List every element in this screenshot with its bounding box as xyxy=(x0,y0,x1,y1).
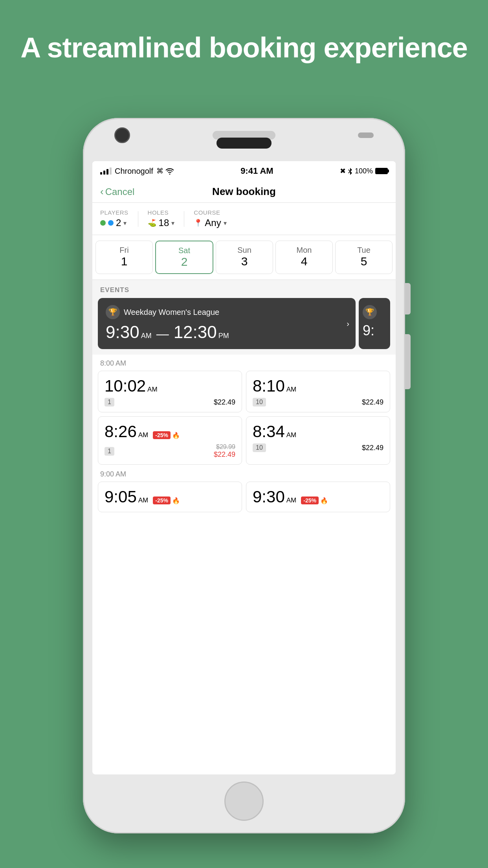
time-section-900: 9:00 AM xyxy=(98,465,390,482)
date-sat-2[interactable]: Sat 2 xyxy=(155,241,213,274)
discount-badge-930: -25% xyxy=(301,497,319,504)
tee-time-1002: 10:02 AM xyxy=(105,377,235,395)
price-block-826: $29.99 $22.49 xyxy=(214,443,235,459)
event-card-partial[interactable]: 🏆 9: xyxy=(359,298,390,349)
tee-price-834: $22.49 xyxy=(362,444,383,452)
course-label: COURSE xyxy=(194,209,388,216)
tee-card-810[interactable]: 8:10 AM 10 $22.49 xyxy=(246,371,390,412)
status-time: 9:41 AM xyxy=(240,166,273,176)
event-name: Weekday Women's League xyxy=(124,308,219,317)
holes-filter[interactable]: HOLES ⛳ 18 ▾ xyxy=(148,209,175,228)
players-badge-826: 1 xyxy=(105,447,114,456)
golf-pin-icon: ⛳ xyxy=(148,219,156,227)
cancel-button[interactable]: ‹ Cancel xyxy=(100,186,134,198)
day-name-3: Mon xyxy=(297,246,312,255)
players-value-row[interactable]: 2 ▾ xyxy=(100,217,128,228)
event-start-time: 9:30 xyxy=(106,322,139,342)
hot-icon-826: 🔥 xyxy=(172,432,180,439)
event-card-0[interactable]: 🏆 Weekday Women's League 9:30 AM — 12:30… xyxy=(98,298,356,349)
day-name-2: Sun xyxy=(237,246,251,255)
holes-label: HOLES xyxy=(148,209,175,216)
discount-badge-905: -25% xyxy=(153,497,171,504)
tee-card-1002[interactable]: 10:02 AM 1 $22.49 xyxy=(98,371,242,412)
filters-row: PLAYERS 2 ▾ HOLES ⛳ 18 ▾ xyxy=(92,203,396,235)
tee-time-826: 8:26 AM -25% 🔥 xyxy=(105,422,235,441)
players-filter[interactable]: PLAYERS 2 ▾ xyxy=(100,209,128,228)
hot-icon-930: 🔥 xyxy=(320,497,328,504)
tee-price-1002: $22.49 xyxy=(214,398,235,406)
event-time-range: 9:30 AM — 12:30 PM xyxy=(106,322,348,342)
players-number: 2 xyxy=(116,217,121,228)
status-left: Chronogolf ⌘ xyxy=(100,167,174,176)
date-fri-1[interactable]: Fri 1 xyxy=(95,241,153,274)
players-dropdown-arrow: ▾ xyxy=(123,219,127,227)
tee-time-suffix: AM xyxy=(286,386,297,394)
tee-time-905: 9:05 AM -25% 🔥 xyxy=(105,487,235,506)
date-sun-3[interactable]: Sun 3 xyxy=(216,241,273,274)
battery-percent: 100% xyxy=(355,167,373,175)
tee-time-810: 8:10 AM xyxy=(253,377,383,395)
tee-time-num: 9:30 xyxy=(253,487,285,506)
day-num-3: 4 xyxy=(301,255,308,268)
phone-screen: Chronogolf ⌘ 9:41 AM ✖ 100% xyxy=(92,161,396,774)
status-bar: Chronogolf ⌘ 9:41 AM ✖ 100% xyxy=(92,161,396,181)
tee-time-suffix: AM xyxy=(138,431,149,439)
day-num-1: 2 xyxy=(181,255,188,268)
signal-bar-4 xyxy=(110,167,112,175)
events-row: 🏆 Weekday Women's League 9:30 AM — 12:30… xyxy=(92,298,396,355)
course-filter[interactable]: COURSE 📍 Any ▾ xyxy=(194,209,388,228)
sale-price-826: $22.49 xyxy=(214,451,235,459)
filter-divider-1 xyxy=(138,211,138,227)
tee-time-suffix: AM xyxy=(286,431,297,439)
hero-title: A streamlined booking experience xyxy=(0,0,488,64)
signal-bars xyxy=(100,167,112,175)
filter-divider-2 xyxy=(184,211,184,227)
course-name: Any xyxy=(205,217,221,228)
tee-price-810: $22.49 xyxy=(362,398,383,406)
tee-card-826[interactable]: 8:26 AM -25% 🔥 1 $29.99 $22.49 xyxy=(98,416,242,465)
players-badge-810: 10 xyxy=(253,398,266,406)
date-mon-4[interactable]: Mon 4 xyxy=(275,241,333,274)
tee-time-num: 8:34 xyxy=(253,422,285,441)
player-dot-blue xyxy=(108,220,114,226)
day-name-0: Fri xyxy=(119,246,128,255)
sensors xyxy=(358,132,374,138)
course-value-row[interactable]: 📍 Any ▾ xyxy=(194,217,388,228)
discount-badge-826: -25% xyxy=(153,431,171,439)
cancel-label[interactable]: Cancel xyxy=(105,186,135,197)
wifi-icon: ⌘ xyxy=(156,167,174,175)
event-arrow-icon: › xyxy=(347,319,349,328)
event-end-suffix: PM xyxy=(218,332,229,340)
time-section-800: 8:00 AM xyxy=(92,355,396,371)
day-name-4: Tue xyxy=(357,246,371,255)
nav-bar: ‹ Cancel New booking xyxy=(92,181,396,203)
tee-times-grid-800: 10:02 AM 1 $22.49 8:10 AM 10 xyxy=(92,371,396,465)
players-badge-1002: 1 xyxy=(105,398,114,406)
tee-time-suffix: AM xyxy=(286,497,297,504)
tee-card-834[interactable]: 8:34 AM 10 $22.49 xyxy=(246,416,390,465)
event-dash: — xyxy=(156,327,169,341)
phone-mockup: Chronogolf ⌘ 9:41 AM ✖ 100% xyxy=(83,118,405,833)
player-dot-green xyxy=(100,220,106,226)
day-name-1: Sat xyxy=(178,246,190,255)
signal-bar-2 xyxy=(103,171,105,175)
phone-shell: Chronogolf ⌘ 9:41 AM ✖ 100% xyxy=(83,118,405,833)
holes-dropdown-arrow: ▾ xyxy=(171,219,174,227)
home-button[interactable] xyxy=(224,782,264,821)
status-right: ✖ 100% xyxy=(340,167,388,175)
partial-event-time: 9: xyxy=(363,322,386,339)
tee-card-930[interactable]: 9:30 AM -25% 🔥 xyxy=(246,482,390,512)
back-chevron-icon: ‹ xyxy=(100,186,104,198)
date-tue-5[interactable]: Tue 5 xyxy=(335,241,393,274)
tee-card-905[interactable]: 9:05 AM -25% 🔥 xyxy=(98,482,242,512)
holes-value-row[interactable]: ⛳ 18 ▾ xyxy=(148,217,175,228)
tee-times-grid-900: 9:05 AM -25% 🔥 9:30 AM xyxy=(98,482,390,516)
players-label: PLAYERS xyxy=(100,209,128,216)
camera xyxy=(114,127,130,143)
trophy-icon-partial: 🏆 xyxy=(363,305,377,319)
players-badge-834: 10 xyxy=(253,443,266,452)
tee-footer-826: 1 $29.99 $22.49 xyxy=(105,443,235,459)
tee-time-num: 10:02 xyxy=(105,377,146,395)
tee-time-num: 8:10 xyxy=(253,377,285,395)
tee-time-suffix: AM xyxy=(138,497,149,504)
